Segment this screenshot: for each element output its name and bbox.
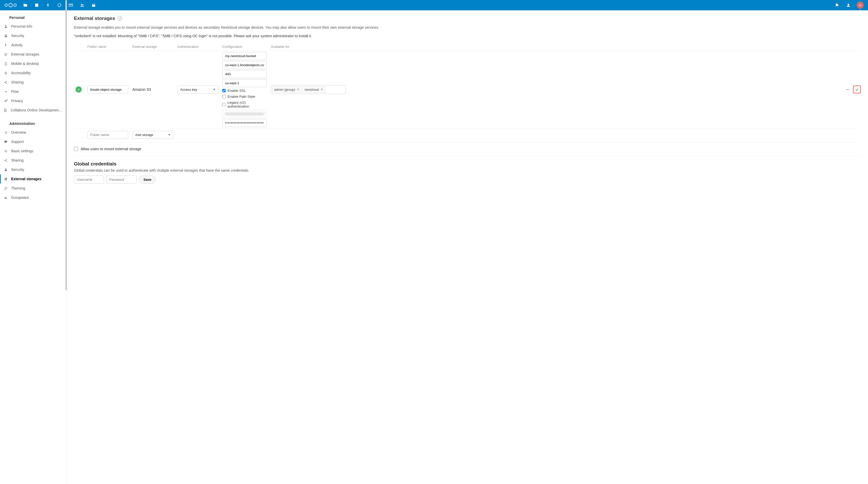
sidebar-item-external-storages[interactable]: External storages xyxy=(0,174,66,184)
sidebar-item-basic-settings[interactable]: Basic settings xyxy=(0,146,66,156)
config-hostname-input[interactable] xyxy=(222,61,267,69)
add-storage-dropdown[interactable]: Add storage xyxy=(132,131,173,139)
svg-point-9 xyxy=(5,25,6,26)
top-bar: N xyxy=(0,0,868,10)
folder-name-input[interactable] xyxy=(87,86,128,94)
app-logo[interactable] xyxy=(2,3,19,7)
sidebar-item-groupware[interactable]: Groupware xyxy=(0,193,66,202)
sidebar-item-label: Basic settings xyxy=(11,149,33,153)
save-button[interactable]: Save xyxy=(139,176,156,184)
global-username-input[interactable] xyxy=(74,176,104,184)
legacy-auth-checkbox[interactable] xyxy=(222,103,226,106)
group-icon xyxy=(3,196,8,200)
sidebar-item-support[interactable]: Support xyxy=(0,137,66,146)
sidebar-item-flow[interactable]: Flow xyxy=(0,87,66,96)
sidebar-item-label: Accessibility xyxy=(11,71,31,75)
sidebar-item-overview[interactable]: Overview xyxy=(0,128,66,137)
info-icon[interactable]: i xyxy=(118,16,122,21)
legacy-auth-label[interactable]: Legacy (v2) authentication xyxy=(227,100,267,108)
available-for-tagbox[interactable]: admin (group) ✕ nextcloud ✕ xyxy=(271,85,346,94)
contacts-icon[interactable] xyxy=(77,0,87,10)
sidebar-item-label: Security xyxy=(11,34,24,38)
tag-admin-group: admin (group) ✕ xyxy=(272,86,301,93)
bolt-icon xyxy=(3,43,8,47)
sidebar-heading-personal: Personal xyxy=(0,13,66,22)
talk-icon[interactable] xyxy=(54,0,65,10)
sidebar-item-sharing[interactable]: Sharing xyxy=(0,78,66,87)
page-description: External storage enables you to mount ex… xyxy=(74,25,861,30)
chat-icon xyxy=(3,140,8,144)
mail-icon[interactable] xyxy=(66,0,76,10)
users-icon[interactable] xyxy=(843,0,854,10)
th-config: Configuration xyxy=(222,45,267,49)
settings-sidebar: Personal Personal infoSecurityActivityEx… xyxy=(0,10,67,484)
brush-icon xyxy=(3,186,8,190)
svg-rect-4 xyxy=(92,4,95,5)
svg-point-24 xyxy=(6,197,7,198)
allow-users-label[interactable]: Allow users to mount external storage xyxy=(81,147,141,151)
th-folder: Folder name xyxy=(87,45,128,49)
user-avatar[interactable]: N xyxy=(857,2,864,9)
sidebar-item-activity[interactable]: Activity xyxy=(0,40,66,50)
sidebar-item-security[interactable]: Security xyxy=(0,31,66,40)
confirm-save-button[interactable] xyxy=(853,86,861,93)
topbar-right: N xyxy=(832,0,866,10)
sidebar-item-label: Privacy xyxy=(11,99,23,103)
sidebar-item-personal-info[interactable]: Personal info xyxy=(0,22,66,31)
svg-rect-6 xyxy=(94,3,95,4)
sidebar-item-privacy[interactable]: Privacy xyxy=(0,96,66,105)
auth-dropdown[interactable]: Access key xyxy=(177,86,218,94)
table-header-row: Folder name External storage Authenticat… xyxy=(74,43,861,51)
lock-icon xyxy=(3,168,8,172)
config-bucket-input[interactable] xyxy=(222,52,267,60)
new-folder-name-input[interactable] xyxy=(87,131,128,139)
svg-point-25 xyxy=(846,89,847,90)
sidebar-item-theming[interactable]: Theming xyxy=(0,184,66,193)
svg-rect-5 xyxy=(93,3,93,4)
sidebar-item-label: Sharing xyxy=(11,158,24,162)
doc-icon xyxy=(3,108,7,112)
enable-ssl-checkbox[interactable] xyxy=(222,89,226,92)
list-icon xyxy=(3,130,8,134)
user-icon xyxy=(3,25,8,28)
files-icon[interactable] xyxy=(20,0,31,10)
sidebar-item-label: Activity xyxy=(11,43,23,47)
sidebar-item-label: Collabora Online Development Edit... xyxy=(10,108,63,112)
svg-point-0 xyxy=(58,4,61,7)
sidebar-item-collabora-online-development-edit[interactable]: Collabora Online Development Edit... xyxy=(0,105,66,115)
config-port-input[interactable] xyxy=(222,70,267,78)
notifications-icon[interactable] xyxy=(832,0,842,10)
activity-icon[interactable] xyxy=(43,0,53,10)
allow-users-checkbox[interactable] xyxy=(74,147,78,151)
more-options-button[interactable] xyxy=(844,86,851,93)
svg-point-17 xyxy=(4,100,6,102)
sidebar-item-label: Overview xyxy=(11,130,26,134)
secret-key-input[interactable] xyxy=(222,119,267,127)
topbar-left xyxy=(2,0,99,10)
sidebar-item-mobile-desktop[interactable]: Mobile & desktop xyxy=(0,59,66,68)
enable-path-style-checkbox[interactable] xyxy=(222,95,226,98)
global-credentials-title: Global credentials xyxy=(74,161,861,167)
auth-value: Access key xyxy=(180,88,197,92)
sidebar-item-label: External storages xyxy=(11,177,42,181)
sidebar-item-sharing[interactable]: Sharing xyxy=(0,156,66,165)
enable-ssl-label[interactable]: Enable SSL xyxy=(227,89,246,93)
sidebar-item-label: Groupware xyxy=(11,195,29,200)
photos-icon[interactable] xyxy=(32,0,42,10)
calendar-icon[interactable] xyxy=(88,0,99,10)
global-password-input[interactable] xyxy=(106,176,136,184)
lock-icon xyxy=(3,34,8,38)
tag-remove-icon[interactable]: ✕ xyxy=(320,88,323,91)
config-region-input[interactable] xyxy=(222,79,267,87)
access-key-input[interactable] xyxy=(222,110,267,118)
global-credentials-description: Global credentials can be used to authen… xyxy=(74,168,861,173)
sidebar-item-external-storages[interactable]: External storages xyxy=(0,50,66,59)
sidebar-item-accessibility[interactable]: Accessibility xyxy=(0,68,66,78)
tag-remove-icon[interactable]: ✕ xyxy=(297,88,299,91)
enable-path-style-label[interactable]: Enable Path Style xyxy=(227,95,255,98)
th-avail: Available for xyxy=(271,45,836,49)
sidebar-item-label: Security xyxy=(11,168,24,172)
sidebar-heading-admin: Administration xyxy=(0,119,66,128)
sidebar-item-security[interactable]: Security xyxy=(0,165,66,174)
main-content: External storages i External storage ena… xyxy=(67,10,868,484)
